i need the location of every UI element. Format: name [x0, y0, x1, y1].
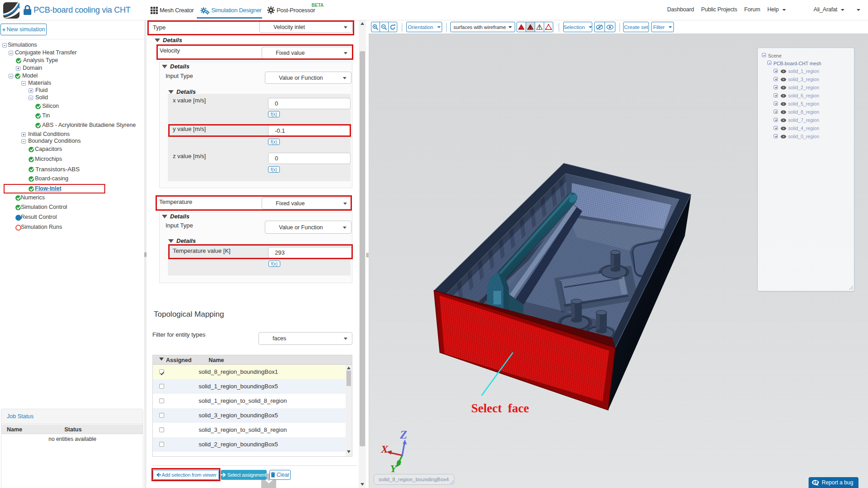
svg-text:Z: Z [400, 428, 407, 441]
svg-text:Select face: Select face [471, 401, 529, 415]
svg-text:X: X [380, 443, 389, 455]
svg-text:Y: Y [390, 463, 398, 474]
